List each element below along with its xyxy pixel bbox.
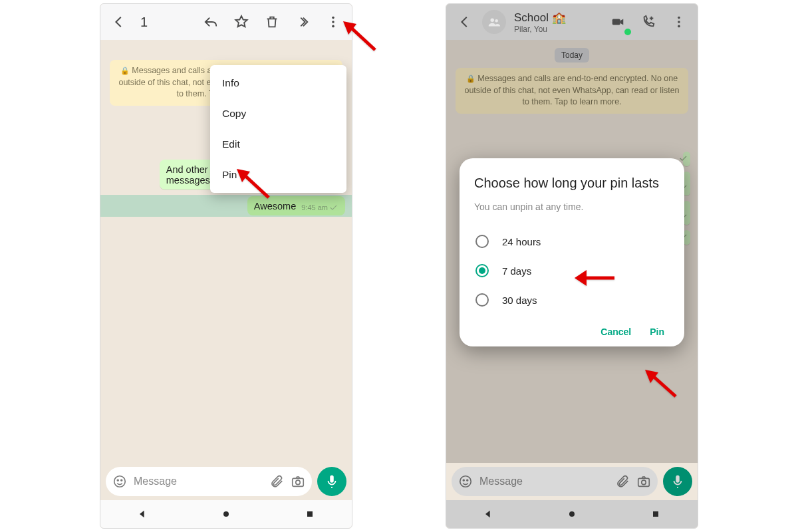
chat-toolbar: School 🏫 Pilar, You: [446, 4, 698, 40]
svg-point-4: [117, 479, 118, 481]
pin-confirm-button[interactable]: Pin: [650, 327, 664, 337]
nav-home-icon[interactable]: [567, 509, 577, 519]
selection-count: 1: [140, 15, 148, 30]
cancel-button[interactable]: Cancel: [600, 327, 631, 337]
annotation-arrow: [342, 20, 382, 56]
android-navbar: [446, 500, 698, 528]
chat-title-block[interactable]: School 🏫 Pilar, You: [514, 11, 600, 34]
context-menu: Info Copy Edit Pin: [210, 65, 346, 193]
radio-30-days[interactable]: 30 days: [474, 285, 670, 315]
reply-icon[interactable]: [198, 9, 224, 35]
svg-point-14: [678, 21, 680, 23]
android-navbar: [100, 500, 352, 528]
attach-icon[interactable]: [269, 474, 284, 489]
chat-body: 🔒 Messages and calls are end-to-end encr…: [100, 40, 352, 463]
message-input-bar: Message: [100, 463, 352, 500]
phone-right: School 🏫 Pilar, You Today 🔒 Messages and…: [446, 3, 698, 529]
input-placeholder: Message: [479, 475, 608, 487]
svg-point-16: [460, 476, 471, 487]
camera-icon[interactable]: [291, 474, 305, 489]
svg-point-0: [332, 17, 334, 19]
dialog-hint: You can unpin at any time.: [474, 201, 670, 212]
camera-icon[interactable]: [636, 474, 651, 489]
back-arrow-icon[interactable]: [106, 9, 132, 35]
svg-point-8: [223, 511, 229, 517]
svg-point-13: [678, 17, 680, 19]
phone-left: 1 🔒 Messages and calls are end-to-end en…: [100, 3, 352, 529]
svg-rect-22: [653, 511, 658, 517]
svg-point-15: [678, 25, 680, 28]
trash-icon[interactable]: [259, 9, 285, 35]
svg-point-17: [463, 479, 464, 481]
more-menu-icon[interactable]: [666, 9, 692, 35]
mic-button[interactable]: [663, 467, 692, 496]
svg-point-18: [467, 479, 468, 481]
star-icon[interactable]: [228, 9, 255, 35]
svg-rect-19: [638, 478, 650, 486]
video-call-icon[interactable]: [604, 9, 631, 35]
encryption-banner[interactable]: 🔒 Messages and calls are end-to-end encr…: [456, 68, 688, 114]
menu-item-copy[interactable]: Copy: [210, 98, 346, 129]
forward-icon[interactable]: [289, 9, 316, 35]
attach-icon[interactable]: [615, 474, 630, 489]
group-avatar[interactable]: [482, 10, 506, 34]
annotation-arrow: [573, 265, 620, 293]
message-time: 9:45 am: [301, 203, 339, 211]
message-input[interactable]: Message: [106, 467, 312, 496]
svg-rect-9: [307, 511, 313, 517]
chat-subtitle: Pilar, You: [514, 25, 600, 34]
radio-24-hours[interactable]: 24 hours: [474, 227, 670, 256]
date-chip: Today: [555, 48, 589, 63]
selection-toolbar: 1: [100, 4, 352, 40]
svg-point-11: [495, 19, 498, 23]
emoji-icon[interactable]: [112, 474, 127, 489]
mic-button[interactable]: [317, 467, 346, 496]
svg-point-2: [332, 25, 334, 28]
nav-back-icon[interactable]: [483, 509, 493, 519]
menu-item-info[interactable]: Info: [210, 68, 346, 98]
selected-message-row[interactable]: Awesome9:45 am: [100, 195, 352, 217]
add-call-icon[interactable]: [635, 9, 662, 35]
back-arrow-icon[interactable]: [452, 9, 478, 35]
annotation-arrow: [235, 168, 275, 203]
svg-point-20: [642, 480, 646, 484]
input-placeholder: Message: [134, 475, 263, 487]
pin-duration-dialog: Choose how long your pin lasts You can u…: [460, 158, 684, 346]
svg-point-3: [114, 476, 126, 487]
radio-icon: [475, 235, 489, 248]
radio-icon: [475, 264, 489, 277]
svg-point-1: [332, 21, 334, 23]
svg-point-21: [569, 511, 575, 517]
message-input-bar: Message: [446, 463, 698, 500]
annotation-arrow: [644, 368, 682, 403]
nav-recent-icon[interactable]: [650, 509, 661, 519]
menu-item-edit[interactable]: Edit: [210, 129, 346, 160]
radio-7-days[interactable]: 7 days: [474, 256, 670, 285]
emoji-icon[interactable]: [458, 474, 473, 489]
chat-name: School 🏫: [514, 11, 600, 25]
encryption-text: Messages and calls are end-to-end encryp…: [464, 74, 679, 106]
menu-item-pin[interactable]: Pin: [210, 160, 346, 190]
svg-rect-6: [293, 478, 304, 486]
svg-point-5: [121, 479, 122, 481]
svg-point-7: [296, 480, 300, 484]
svg-point-10: [491, 19, 495, 23]
dialog-title: Choose how long your pin lasts: [474, 174, 670, 192]
nav-home-icon[interactable]: [221, 509, 231, 519]
message-input[interactable]: Message: [452, 467, 658, 496]
nav-recent-icon[interactable]: [305, 509, 315, 519]
svg-rect-12: [612, 19, 620, 25]
radio-icon: [475, 293, 489, 307]
nav-back-icon[interactable]: [137, 509, 148, 519]
